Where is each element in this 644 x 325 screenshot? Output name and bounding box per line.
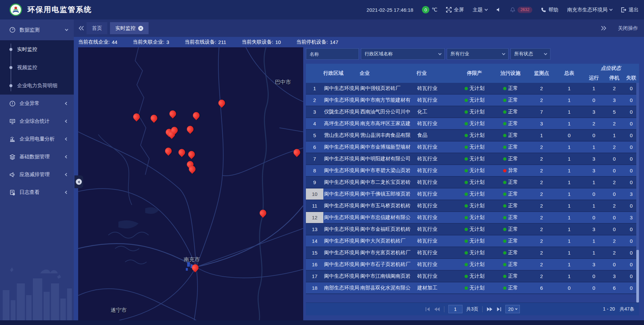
tabs-scroll-left-button[interactable] (78, 26, 84, 31)
map-pin[interactable] (133, 113, 140, 120)
first-page-button[interactable] (425, 307, 430, 312)
help-button[interactable]: 帮助 (541, 7, 558, 13)
map-pin[interactable] (187, 126, 194, 132)
sidebar-item-logs[interactable]: 日志查看 (0, 183, 74, 201)
temperature-indicator: 0 ℃ (422, 6, 437, 13)
table-row[interactable]: 16阆中生态环境局阆中市石子页岩机砖厂砖瓦行业无计划正常21300 (306, 259, 639, 271)
status-dot-icon (503, 169, 506, 172)
map-pin[interactable] (218, 100, 225, 106)
prev-page-button[interactable] (434, 307, 440, 312)
cell-company: 阆中市南方节能建材有 (360, 95, 417, 106)
table-row[interactable]: 4高坪生态环境局南充市高坪区王家店建砖瓦行业无计划正常31220 (306, 118, 639, 130)
cell-stop: 2 (605, 142, 624, 153)
region-select[interactable]: 行政区域名称 (361, 48, 445, 60)
sidebar-item-emergency-reduction[interactable]: 应急减排管理 (0, 166, 74, 183)
sidebar-item-power-analysis[interactable]: 企业用电量分析 (0, 130, 74, 148)
cell-region: 阆中生态环境局 (323, 188, 360, 200)
table-row[interactable]: 9阆中生态环境局阆中市二龙长宝页岩砖砖瓦行业无计划正常21120 (306, 177, 639, 188)
table-row[interactable]: 2阆中生态环境局阆中市南方节能建材有砖瓦行业无计划正常21030 (306, 95, 639, 106)
map-pin[interactable] (171, 127, 178, 133)
close-icon[interactable]: ✕ (138, 26, 143, 31)
map-pin[interactable] (169, 110, 176, 117)
status-dot-icon (465, 193, 468, 196)
sidebar-item-video-monitor[interactable]: 视频监控 (0, 58, 74, 76)
last-page-button[interactable] (497, 307, 501, 312)
cell-company: 阆中大兴页岩机砖厂 (360, 235, 417, 247)
status-dot-icon (465, 87, 468, 90)
map-pin[interactable] (193, 112, 200, 119)
sidebar-item-data-monitor[interactable]: 数据监测 (0, 19, 74, 40)
help-label: 帮助 (548, 7, 558, 13)
stat-item: 当前在线设备:211 (184, 39, 226, 45)
sidebar-item-enterprise-statistics[interactable]: 企业综合统计 (0, 112, 74, 130)
table-row[interactable]: 17阆中生态环境局阆中市江南镇阆南页岩砖瓦行业无计划正常21030 (306, 271, 639, 282)
map-pin[interactable] (192, 264, 199, 271)
tab-realtime-monitor[interactable]: 实时监控 ✕ (110, 22, 149, 34)
cell-production: 无计划 (455, 106, 494, 117)
megaphone-icon (9, 172, 15, 178)
table-row[interactable]: 1阆中生态环境局阆中强锐页岩砖厂砖瓦行业无计划正常21120 (306, 83, 639, 95)
industry-select[interactable]: 所有行业 (447, 48, 508, 60)
table-row[interactable]: 5营山生态环境局营山县润丰肉食品有限食品无计划正常10010 (306, 130, 639, 142)
map-pin[interactable] (178, 149, 185, 156)
map-pin[interactable] (151, 115, 157, 121)
table-row[interactable]: 10阆中生态环境局阆中千佛镇五郎垭页岩砖瓦行业无计划正常21003 (306, 188, 639, 200)
table-row[interactable]: 18南部生态环境局南部县双化水泥有限公建材加工无计划正常60060 (306, 282, 639, 294)
table-row[interactable]: 8阆中生态环境局阆中市枣碧大梁山页岩砖瓦行业无计划异常21300 (306, 165, 639, 177)
cell-industry: 砖瓦行业 (417, 95, 455, 106)
org-menu[interactable]: 南充市生态环境局 (567, 7, 612, 13)
pin-icon (170, 125, 179, 135)
collapse-arrow-icon (76, 179, 82, 185)
theme-menu[interactable]: 主题 (473, 7, 487, 13)
cell-industry: 砖瓦行业 (417, 177, 455, 188)
tab-home[interactable]: 首页 (87, 22, 107, 34)
notifications[interactable]: 2632 (510, 7, 532, 13)
cell-monitor: 6 (527, 282, 556, 293)
cell-facility: 正常 (494, 177, 527, 188)
scrollbar-thumb[interactable] (636, 250, 639, 303)
close-operations-button[interactable]: 关闭操作 (618, 25, 638, 32)
map-pin[interactable] (293, 149, 300, 156)
map-pin[interactable] (165, 148, 172, 154)
status-select[interactable]: 所有状态 (511, 48, 550, 60)
speaker-icon[interactable] (496, 7, 501, 12)
table-row[interactable]: 13阆中生态环境局阆中市金福旺页岩机砖砖瓦行业无计划正常21300 (306, 224, 639, 235)
fullscreen-button[interactable]: 全屏 (446, 7, 464, 13)
tabs-scroll-right-button[interactable] (601, 26, 606, 31)
map-pin[interactable] (189, 166, 196, 172)
cell-company: 阆中市石子页岩机砖厂 (360, 259, 417, 270)
table-row[interactable]: 15阆中生态环境局阆中市光富页岩机砖厂砖瓦行业无计划正常21120 (306, 247, 639, 259)
double-chevron-right-icon (601, 26, 606, 31)
sidebar-collapse-handle[interactable] (74, 175, 83, 188)
map[interactable]: 巴中市南充市遂宁市 (78, 47, 303, 320)
cell-company: 西南油气田分公司川中 (360, 106, 417, 117)
table-row[interactable]: 7阆中生态环境局阆中明阳建材有限公司砖瓦行业无计划正常21300 (306, 153, 639, 165)
sidebar-item-enterprise-abnormal[interactable]: 企业异常 (0, 95, 74, 112)
sidebar-item-realtime-monitor[interactable]: 实时监控 (0, 40, 74, 58)
cell-industry: 砖瓦行业 (417, 247, 455, 258)
cell-industry: 砖瓦行业 (417, 153, 455, 164)
sidebar-item-base-data[interactable]: 基础数据管理 (0, 148, 74, 166)
cell-region: 阆中生态环境局 (323, 259, 360, 270)
table-row[interactable]: 11阆中生态环境局阆中市五马桥页岩机砖砖瓦行业无计划正常21120 (306, 200, 639, 212)
tab-label: 实时监控 (115, 25, 136, 32)
status-dot-icon (465, 251, 468, 255)
map-pin[interactable] (188, 151, 195, 158)
sidebar-item-power-load-detail[interactable]: 企业电力负荷明细 (0, 76, 74, 95)
map-pin[interactable] (260, 210, 266, 216)
table-row[interactable]: 12阆中生态环境局阆中市忠信建材有限公砖瓦行业无计划正常21003 (306, 212, 639, 224)
table-body: 1阆中生态环境局阆中强锐页岩砖厂砖瓦行业无计划正常211202阆中生态环境局阆中… (306, 83, 639, 303)
page-number-input[interactable] (448, 305, 462, 313)
table-row[interactable]: 3仪陇生态环境局西南油气田分公司川中化工无计划正常71350 (306, 106, 639, 118)
table-scrollbar[interactable] (636, 83, 639, 303)
gauge-icon (9, 27, 15, 33)
table-row[interactable]: 6阆中生态环境局阆中市金博瑞新型墙材砖瓦行业无计划正常21120 (306, 142, 639, 153)
logout-button[interactable]: 退出 (621, 7, 639, 13)
cell-index: 5 (306, 130, 323, 141)
status-dot-icon (465, 122, 468, 125)
next-page-button[interactable] (487, 307, 493, 312)
cell-stop: 3 (605, 95, 624, 106)
table-row[interactable]: 14阆中生态环境局阆中大兴页岩机砖厂砖瓦行业无计划正常21120 (306, 235, 639, 247)
name-search-input[interactable] (306, 48, 359, 60)
page-size-select[interactable]: 20 (505, 305, 520, 313)
